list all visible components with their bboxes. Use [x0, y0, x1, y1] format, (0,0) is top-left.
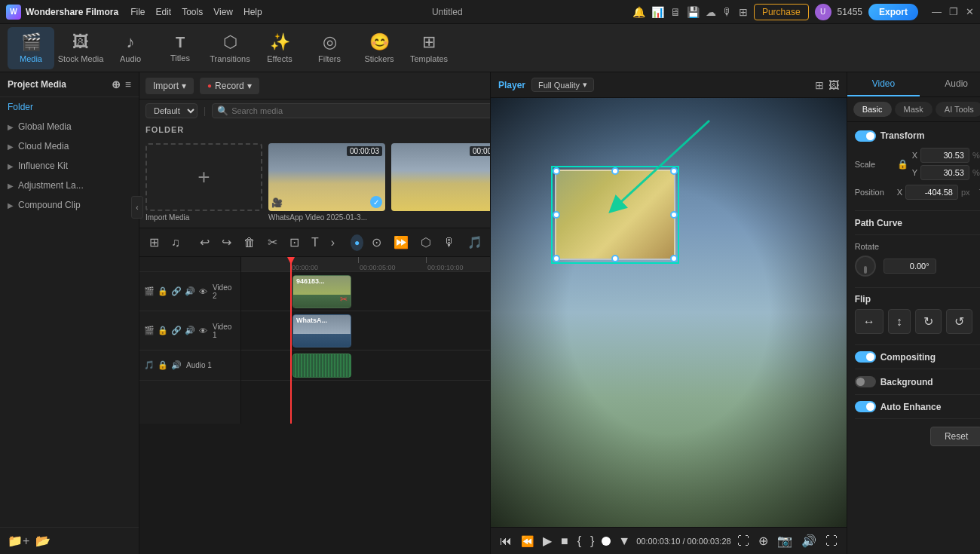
rotate-input[interactable]: [884, 259, 936, 274]
folder-section[interactable]: Folder: [0, 97, 139, 117]
voice-button[interactable]: 🎙: [439, 234, 459, 252]
menu-tools[interactable]: Tools: [182, 7, 203, 17]
audio1-clip[interactable]: [292, 354, 351, 378]
tab-video[interactable]: Video: [847, 72, 920, 96]
toolbar-effects[interactable]: ✨ Effects: [256, 27, 303, 69]
stop-button[interactable]: ■: [558, 533, 571, 549]
nav-icon-6[interactable]: 🎙: [722, 6, 733, 18]
more-tools-button[interactable]: ›: [327, 234, 338, 252]
panel-action-2[interactable]: ≡: [125, 78, 131, 90]
toolbar-transitions[interactable]: ⬡ Transitions: [207, 27, 253, 69]
import-media-item[interactable]: + Import Media: [145, 143, 262, 222]
pip-button[interactable]: ⛶: [822, 533, 841, 549]
scale-y-input[interactable]: [920, 165, 969, 180]
purchase-button[interactable]: Purchase: [754, 4, 809, 20]
add-to-timeline-button[interactable]: ⊕: [755, 532, 771, 549]
ai-music-button[interactable]: ♫: [167, 234, 184, 252]
preview-canvas[interactable]: [491, 98, 847, 527]
skip-back-button[interactable]: ⏮: [497, 533, 515, 549]
track1-link-icon[interactable]: 🔗: [171, 326, 182, 335]
whatsapp-video-thumb[interactable]: 00:00:03 🎥 ✓: [268, 143, 385, 211]
menu-file[interactable]: File: [130, 7, 145, 17]
nav-icon-4[interactable]: 💾: [687, 6, 700, 18]
close-button[interactable]: ✕: [966, 6, 974, 17]
background-toggle[interactable]: [855, 376, 876, 387]
step-back-button[interactable]: ⏪: [518, 534, 537, 549]
redo-button[interactable]: ↪: [218, 233, 235, 252]
adjustment-layer-section[interactable]: ▶ Adjustment La...: [0, 176, 139, 195]
scene-detect-button[interactable]: ⊞: [145, 233, 163, 252]
user-avatar[interactable]: U: [815, 4, 831, 20]
menu-help[interactable]: Help: [243, 7, 262, 17]
undo-button[interactable]: ↩: [196, 233, 213, 252]
nav-icon-7[interactable]: ⊞: [739, 6, 748, 18]
handle-bl[interactable]: [553, 255, 560, 262]
track1-lock-icon[interactable]: 🔒: [158, 326, 168, 335]
export-button[interactable]: Export: [868, 4, 918, 20]
rotate-knob[interactable]: [855, 256, 876, 277]
bird-video-item[interactable]: 00:00:30: [391, 143, 490, 222]
tab-audio[interactable]: Audio: [920, 72, 980, 96]
handle-bm[interactable]: [611, 255, 619, 262]
handle-br[interactable]: [670, 255, 678, 262]
nav-icon-1[interactable]: 🔔: [632, 6, 645, 18]
record-button[interactable]: ● Record ▾: [200, 78, 259, 94]
panel-action-1[interactable]: ⊕: [112, 78, 121, 90]
motion-track-button[interactable]: ⊙: [368, 233, 385, 252]
import-button[interactable]: Import ▾: [145, 78, 194, 94]
snap-button[interactable]: ●: [351, 234, 363, 251]
pip-video[interactable]: [555, 170, 675, 260]
pos-x-input[interactable]: [905, 185, 958, 200]
track2-audio-icon[interactable]: 🔊: [185, 286, 195, 296]
track1-audio-icon[interactable]: 🔊: [185, 326, 195, 335]
bird-video-thumb[interactable]: 00:00:30: [391, 143, 490, 211]
handle-ml[interactable]: [553, 211, 560, 219]
cut-button[interactable]: ✂: [264, 233, 281, 252]
track2-link-icon[interactable]: 🔗: [171, 286, 182, 296]
text-button[interactable]: T: [308, 234, 323, 252]
toolbar-stock-media[interactable]: 🖼 Stock Media: [57, 27, 104, 69]
transform-toggle[interactable]: [855, 130, 876, 142]
reset-button[interactable]: Reset: [930, 427, 980, 446]
photo-icon[interactable]: 🖼: [828, 79, 839, 91]
flip-vertical-button[interactable]: ↕: [888, 309, 911, 334]
handle-mr[interactable]: [670, 211, 678, 219]
mask-button[interactable]: ⬡: [417, 233, 435, 252]
scale-x-input[interactable]: [920, 148, 969, 163]
audio1-lock-icon[interactable]: 🔒: [158, 360, 168, 370]
play-button[interactable]: ▶: [540, 532, 555, 549]
toolbar-audio[interactable]: ♪ Audio: [107, 27, 154, 69]
mark-in-button[interactable]: {: [574, 533, 584, 549]
speed-button[interactable]: ⏩: [390, 233, 412, 252]
more-controls-button[interactable]: ▼: [615, 533, 633, 549]
quality-select[interactable]: Full Quality ▾: [531, 78, 594, 92]
import-placeholder-thumb[interactable]: +: [145, 143, 262, 211]
toolbar-titles[interactable]: T Titles: [157, 27, 204, 69]
scale-lock-icon[interactable]: 🔒: [897, 159, 908, 170]
toolbar-media[interactable]: 🎬 Media: [8, 27, 54, 69]
track1-eye-icon[interactable]: 👁: [198, 326, 208, 335]
folder-icon[interactable]: 📂: [35, 534, 51, 548]
volume-button[interactable]: 🔊: [798, 532, 819, 549]
handle-tr[interactable]: [670, 167, 678, 175]
cloud-media-section[interactable]: ▶ Cloud Media: [0, 136, 139, 156]
toolbar-templates[interactable]: ⊞ Templates: [406, 27, 452, 69]
influence-kit-section[interactable]: ▶ Influence Kit: [0, 156, 139, 176]
track2-lock-icon[interactable]: 🔒: [158, 286, 168, 296]
sort-select[interactable]: Default: [145, 103, 198, 118]
handle-tm[interactable]: [611, 167, 619, 175]
compound-clip-section[interactable]: ▶ Compound Clip: [0, 195, 139, 215]
nav-icon-5[interactable]: ☁: [706, 6, 716, 18]
search-input[interactable]: [231, 106, 490, 115]
audio1-audio-icon[interactable]: 🔊: [171, 360, 182, 370]
fullscreen-button[interactable]: ⛶: [734, 533, 752, 549]
compositing-toggle[interactable]: [855, 351, 876, 363]
toolbar-filters[interactable]: ◎ Filters: [306, 27, 353, 69]
auto-enhance-toggle[interactable]: [855, 401, 876, 412]
panel-collapse-arrow[interactable]: ‹: [131, 196, 143, 219]
minimize-button[interactable]: —: [932, 6, 942, 17]
screenshot-button[interactable]: 📷: [774, 532, 795, 549]
grid-view-icon[interactable]: ⊞: [815, 79, 824, 91]
handle-tl[interactable]: [553, 167, 560, 175]
nav-icon-3[interactable]: 🖥: [670, 6, 681, 18]
